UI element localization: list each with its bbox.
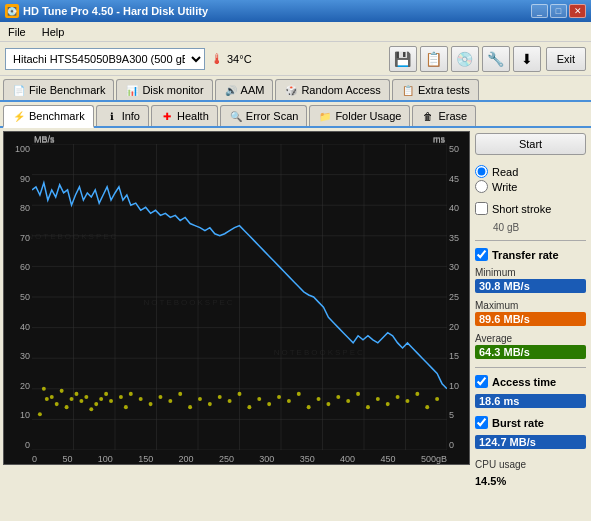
svg-point-21 (38, 412, 42, 416)
svg-point-23 (45, 397, 49, 401)
short-stroke-item: Short stroke (475, 202, 586, 215)
icon-btn-5[interactable]: ⬇ (513, 46, 541, 72)
tab-folder-usage[interactable]: 📁 Folder Usage (309, 105, 410, 126)
svg-point-61 (346, 399, 350, 403)
svg-point-33 (94, 402, 98, 406)
y-right-20: 20 (449, 322, 459, 332)
y-right-50: 50 (449, 144, 459, 154)
tab-disk-monitor[interactable]: 📊 Disk monitor (116, 79, 212, 100)
y-left-100: 100 (15, 144, 30, 154)
title-bar: 💽 HD Tune Pro 4.50 - Hard Disk Utility _… (0, 0, 591, 22)
x-100: 100 (98, 454, 113, 464)
svg-point-39 (129, 392, 133, 396)
tab-aam[interactable]: 🔊 AAM (215, 79, 274, 100)
y-left-0: 0 (25, 440, 30, 450)
svg-point-63 (366, 405, 370, 409)
svg-point-43 (168, 399, 172, 403)
tab-benchmark[interactable]: ⚡ Benchmark (3, 105, 94, 128)
title-bar-controls: _ □ ✕ (531, 4, 586, 18)
drive-select[interactable]: Hitachi HTS545050B9A300 (500 gB) (5, 48, 205, 70)
svg-point-25 (55, 402, 59, 406)
svg-point-46 (198, 397, 202, 401)
start-button[interactable]: Start (475, 133, 586, 155)
y-axis-left: 100 90 80 70 60 50 40 30 20 10 0 (4, 144, 32, 450)
svg-point-56 (297, 392, 301, 396)
tab-erase[interactable]: 🗑 Erase (412, 105, 476, 126)
svg-point-36 (109, 399, 113, 403)
menu-file[interactable]: File (5, 25, 29, 39)
svg-point-32 (89, 407, 93, 411)
svg-point-31 (84, 395, 88, 399)
right-panel: Start Read Write Short stroke 40 gB Tran… (473, 131, 588, 465)
top-tab-row: 📄 File Benchmark 📊 Disk monitor 🔊 AAM 🎲 … (0, 76, 591, 102)
svg-point-67 (406, 399, 410, 403)
benchmark-icon: ⚡ (12, 109, 26, 123)
file-benchmark-icon: 📄 (12, 83, 26, 97)
tab-file-benchmark[interactable]: 📄 File Benchmark (3, 79, 114, 100)
folder-usage-icon: 📁 (318, 109, 332, 123)
minimize-button[interactable]: _ (531, 4, 548, 18)
maximize-button[interactable]: □ (550, 4, 567, 18)
burst-rate-checkbox[interactable] (475, 416, 488, 429)
tabs-container: 📄 File Benchmark 📊 Disk monitor 🔊 AAM 🎲 … (0, 76, 591, 128)
icon-btn-3[interactable]: 💿 (451, 46, 479, 72)
access-time-value: 18.6 ms (475, 394, 586, 408)
x-50: 50 (62, 454, 72, 464)
y-left-90: 90 (20, 174, 30, 184)
svg-point-66 (396, 395, 400, 399)
svg-point-49 (228, 399, 232, 403)
tab-info[interactable]: ℹ Info (96, 105, 149, 126)
x-0: 0 (32, 454, 37, 464)
access-time-checkbox[interactable] (475, 375, 488, 388)
svg-point-34 (99, 397, 103, 401)
read-radio-label[interactable]: Read (475, 165, 586, 178)
y-right-45: 45 (449, 174, 459, 184)
icon-btn-2[interactable]: 📋 (420, 46, 448, 72)
svg-point-40 (139, 397, 143, 401)
svg-point-52 (257, 397, 261, 401)
cpu-usage-value: 14.5% (475, 475, 586, 487)
x-axis: 0 50 100 150 200 250 300 350 400 450 500… (32, 454, 447, 464)
read-radio[interactable] (475, 165, 488, 178)
tab-health[interactable]: ✚ Health (151, 105, 218, 126)
disk-monitor-icon: 📊 (125, 83, 139, 97)
exit-button[interactable]: Exit (546, 47, 586, 71)
minimum-value: 30.8 MB/s (475, 279, 586, 293)
transfer-rate-checkbox-label: Transfer rate (475, 248, 586, 261)
svg-point-70 (435, 397, 439, 401)
y-right-30: 30 (449, 262, 459, 272)
svg-point-42 (158, 395, 162, 399)
tab-error-scan[interactable]: 🔍 Error Scan (220, 105, 308, 126)
svg-point-44 (178, 392, 182, 396)
close-button[interactable]: ✕ (569, 4, 586, 18)
svg-point-58 (317, 397, 321, 401)
tab-extra-tests[interactable]: 📋 Extra tests (392, 79, 479, 100)
short-stroke-checkbox[interactable] (475, 202, 488, 215)
random-access-icon: 🎲 (284, 83, 298, 97)
x-400: 400 (340, 454, 355, 464)
y-right-35: 35 (449, 233, 459, 243)
read-write-radio-group: Read Write (475, 163, 586, 195)
temperature-indicator: 🌡 34°C (210, 51, 252, 67)
benchmark-chart (32, 144, 447, 450)
transfer-rate-checkbox[interactable] (475, 248, 488, 261)
info-icon: ℹ (105, 109, 119, 123)
icon-btn-4[interactable]: 🔧 (482, 46, 510, 72)
menu-help[interactable]: Help (39, 25, 68, 39)
temperature-value: 34°C (227, 53, 252, 65)
x-250: 250 (219, 454, 234, 464)
write-radio-label[interactable]: Write (475, 180, 586, 193)
svg-point-59 (326, 402, 330, 406)
y-right-0: 0 (449, 440, 454, 450)
minimum-stat: Minimum 30.8 MB/s (475, 267, 586, 293)
ms-label: ms (433, 134, 445, 144)
y-right-15: 15 (449, 351, 459, 361)
health-icon: ✚ (160, 109, 174, 123)
title-bar-text: HD Tune Pro 4.50 - Hard Disk Utility (23, 5, 208, 17)
write-radio[interactable] (475, 180, 488, 193)
svg-point-28 (70, 397, 74, 401)
y-left-60: 60 (20, 262, 30, 272)
svg-point-30 (79, 399, 83, 403)
tab-random-access[interactable]: 🎲 Random Access (275, 79, 389, 100)
icon-btn-1[interactable]: 💾 (389, 46, 417, 72)
